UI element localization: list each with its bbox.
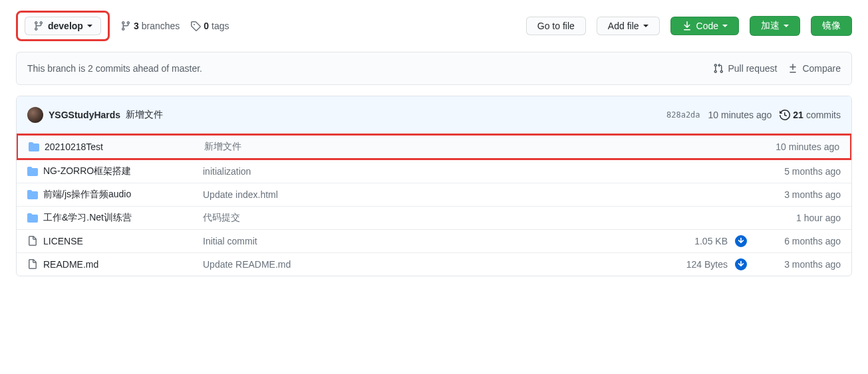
branches-count: 3 (134, 21, 139, 31)
file-time: 1 hour ago (754, 213, 841, 223)
commit-meta: 828a2da 10 minutes ago 21 commits (666, 110, 841, 120)
file-size: 1.05 KB (668, 236, 728, 246)
folder-icon (27, 189, 43, 200)
commit-time: 10 minutes ago (708, 110, 772, 120)
branches-link[interactable]: 3 branches (120, 21, 180, 31)
file-row-highlight: 20210218Test新增文件10 minutes ago (16, 134, 852, 160)
file-time: 10 minutes ago (753, 141, 839, 152)
file-commit-message[interactable]: Update README.md (203, 259, 668, 270)
file-name[interactable]: LICENSE (43, 236, 203, 246)
file-commit-message[interactable]: 代码提交 (203, 212, 668, 224)
avatar[interactable] (27, 107, 43, 123)
caret-down-icon (643, 25, 649, 27)
compare-link[interactable]: Compare (788, 63, 841, 74)
file-name[interactable]: 20210218Test (45, 141, 204, 152)
code-label: Code (696, 21, 718, 31)
file-icon (27, 259, 43, 270)
file-row: LICENSEInitial commit1.05 KB6 months ago (17, 230, 851, 253)
go-to-file-button[interactable]: Go to file (526, 17, 586, 35)
commit-author[interactable]: YSGStudyHards (49, 110, 120, 120)
mirror-button[interactable]: 镜像 (811, 16, 852, 36)
file-time: 3 months ago (754, 259, 841, 270)
commits-count: 21 (793, 110, 803, 120)
branch-name: develop (48, 21, 83, 31)
add-file-button[interactable]: Add file (597, 17, 660, 35)
commits-label: commits (806, 110, 841, 120)
tags-label: tags (212, 21, 229, 31)
history-icon (780, 110, 790, 120)
file-commit-message[interactable]: Initial commit (203, 236, 668, 246)
file-row: 工作&学习.Net训练营代码提交1 hour ago (17, 207, 851, 230)
folder-icon (27, 213, 43, 223)
file-row: 前端/js操作音频audioUpdate index.html3 months … (17, 183, 851, 207)
file-commit-message[interactable]: Update index.html (203, 189, 668, 200)
commit-sha[interactable]: 828a2da (666, 110, 700, 120)
file-row: README.mdUpdate README.md124 Bytes3 mont… (17, 253, 851, 276)
banner-actions: Pull request Compare (713, 63, 841, 74)
file-name[interactable]: 工作&学习.Net训练营 (43, 212, 203, 224)
caret-down-icon (87, 25, 92, 27)
file-name[interactable]: NG-ZORRO框架搭建 (43, 165, 203, 177)
pull-request-link[interactable]: Pull request (713, 63, 777, 74)
file-size: 124 Bytes (668, 259, 728, 270)
compare-label: Compare (802, 63, 841, 74)
branch-icon (33, 21, 44, 31)
file-time: 5 months ago (754, 166, 841, 177)
tag-icon (190, 21, 201, 31)
tags-count: 0 (204, 21, 209, 31)
compare-icon (788, 63, 798, 74)
accelerate-button[interactable]: 加速 (750, 16, 800, 36)
file-name[interactable]: README.md (43, 259, 203, 270)
tags-link[interactable]: 0 tags (190, 21, 229, 31)
caret-down-icon (784, 25, 789, 27)
branch-compare-banner: This branch is 2 commits ahead of master… (16, 52, 852, 85)
code-button[interactable]: Code (670, 17, 739, 35)
commit-message[interactable]: 新增文件 (126, 109, 163, 121)
caret-down-icon (722, 25, 728, 27)
pull-request-icon (713, 63, 724, 74)
pull-request-label: Pull request (728, 63, 777, 74)
folder-icon (29, 141, 45, 152)
accelerate-label: 加速 (761, 20, 780, 32)
download-icon (682, 21, 692, 31)
file-row: NG-ZORRO框架搭建initialization5 months ago (17, 160, 851, 183)
file-commit-message[interactable]: initialization (203, 166, 668, 177)
add-file-label: Add file (608, 21, 639, 31)
file-row: 20210218Test新增文件10 minutes ago (18, 136, 850, 158)
branch-selector-highlight: develop (16, 11, 110, 41)
file-commit-message[interactable]: 新增文件 (204, 141, 666, 153)
repo-toolbar: develop 3 branches 0 tags Go to file Add… (16, 11, 852, 41)
branch-icon (120, 21, 131, 31)
download-icon[interactable] (728, 235, 754, 247)
latest-commit-bar: YSGStudyHards 新增文件 828a2da 10 minutes ag… (17, 96, 851, 134)
file-name[interactable]: 前端/js操作音频audio (43, 189, 203, 201)
folder-icon (27, 166, 43, 177)
file-icon (27, 236, 43, 246)
branch-selector[interactable]: develop (25, 17, 101, 35)
file-time: 6 months ago (754, 236, 841, 246)
branches-label: branches (142, 21, 180, 31)
download-icon[interactable] (728, 258, 754, 270)
file-time: 3 months ago (754, 189, 841, 200)
file-listing: YSGStudyHards 新增文件 828a2da 10 minutes ag… (16, 96, 852, 276)
banner-text: This branch is 2 commits ahead of master… (27, 63, 202, 74)
commits-history-link[interactable]: 21 commits (780, 110, 841, 120)
